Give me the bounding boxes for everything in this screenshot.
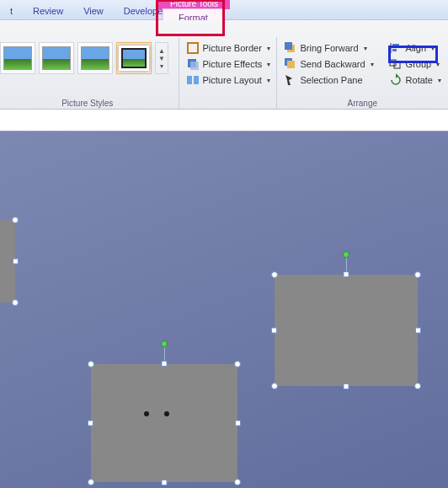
picture-style-thumb[interactable] bbox=[0, 42, 35, 74]
cmd-label: Selection Pane bbox=[301, 75, 363, 85]
picture-style-thumb[interactable] bbox=[39, 42, 74, 74]
selected-picture-dahlia[interactable] bbox=[275, 275, 418, 386]
resize-handle[interactable] bbox=[271, 383, 278, 389]
group-label: Picture Styles bbox=[0, 98, 175, 110]
chevron-down-icon: ▾ bbox=[431, 45, 435, 52]
chevron-down-icon: ▾ bbox=[364, 45, 367, 52]
resize-handle[interactable] bbox=[415, 328, 421, 334]
chevron-down-icon: ▼ bbox=[158, 55, 165, 62]
resize-handle[interactable] bbox=[414, 271, 421, 278]
svg-rect-4 bbox=[194, 76, 199, 84]
rotate-button[interactable]: Rotate ▾ bbox=[386, 72, 445, 88]
picture-style-thumb[interactable] bbox=[77, 42, 113, 74]
cmd-label: Picture Layout bbox=[203, 75, 262, 85]
resize-handle[interactable] bbox=[12, 299, 19, 306]
tab-t[interactable]: t bbox=[0, 3, 23, 19]
cmd-label: Send Backward bbox=[301, 59, 365, 69]
resize-handle[interactable] bbox=[414, 383, 421, 389]
chevron-down-icon: ▾ bbox=[267, 45, 270, 52]
selected-picture-koala[interactable] bbox=[91, 364, 237, 482]
chevron-down-icon: ▾ bbox=[436, 61, 440, 68]
resize-handle[interactable] bbox=[234, 361, 241, 367]
tab-view[interactable]: View bbox=[73, 3, 114, 19]
chevron-down-icon: ▾ bbox=[438, 77, 441, 84]
resize-handle[interactable] bbox=[162, 361, 168, 367]
picture-layout-button[interactable]: Picture Layout ▾ bbox=[183, 72, 275, 88]
cmd-label: Picture Border bbox=[203, 43, 262, 53]
selected-picture-tulip[interactable] bbox=[0, 220, 15, 303]
svg-rect-0 bbox=[188, 43, 198, 53]
picture-border-button[interactable]: Picture Border ▾ bbox=[183, 40, 275, 56]
group-label-empty bbox=[183, 107, 273, 110]
chevron-down-icon: ▾ bbox=[267, 77, 270, 84]
align-icon bbox=[389, 41, 403, 55]
resize-handle[interactable] bbox=[88, 479, 94, 485]
resize-handle[interactable] bbox=[12, 217, 19, 223]
picture-border-icon bbox=[186, 41, 200, 55]
rotate-handle[interactable] bbox=[161, 341, 168, 347]
chevron-down-icon: ▾ bbox=[371, 61, 374, 68]
cmd-label: Bring Forward bbox=[301, 43, 359, 53]
group-picture-adjust: Picture Border ▾ Picture Effects ▾ Pictu… bbox=[179, 37, 277, 110]
resize-handle[interactable] bbox=[271, 271, 278, 278]
resize-handle[interactable] bbox=[13, 259, 19, 265]
resize-handle[interactable] bbox=[162, 480, 168, 485]
picture-image bbox=[91, 364, 237, 482]
group-label: Arrange bbox=[280, 98, 445, 110]
picture-image bbox=[275, 275, 418, 386]
bring-forward-icon bbox=[284, 41, 297, 55]
tab-review[interactable]: Review bbox=[23, 3, 73, 19]
bring-forward-button[interactable]: Bring Forward ▾ bbox=[280, 40, 377, 56]
svg-rect-3 bbox=[187, 76, 192, 84]
group-icon bbox=[389, 57, 403, 71]
cmd-label: Picture Effects bbox=[203, 59, 263, 69]
resize-handle[interactable] bbox=[344, 383, 349, 389]
group-button[interactable]: Group ▾ bbox=[386, 56, 445, 72]
resize-handle[interactable] bbox=[234, 479, 241, 485]
picture-effects-button[interactable]: Picture Effects ▾ bbox=[183, 56, 275, 72]
picture-layout-icon bbox=[186, 73, 200, 87]
svg-rect-6 bbox=[285, 42, 292, 50]
cmd-label: Group bbox=[406, 59, 432, 69]
slide-canvas[interactable] bbox=[0, 131, 448, 488]
rotate-icon bbox=[389, 73, 403, 87]
cmd-label: Align bbox=[406, 43, 426, 53]
chevron-down-icon: ▾ bbox=[160, 62, 163, 70]
resize-handle[interactable] bbox=[88, 361, 94, 367]
cmd-label: Rotate bbox=[406, 75, 433, 85]
chevron-up-icon: ▲ bbox=[158, 47, 165, 55]
group-picture-styles: ▲ ▼ ▾ Picture Styles bbox=[0, 37, 179, 110]
ribbon: ▲ ▼ ▾ Picture Styles Picture Border ▾ Pi… bbox=[0, 20, 448, 110]
svg-rect-10 bbox=[392, 44, 399, 46]
resize-handle[interactable] bbox=[235, 421, 241, 426]
send-backward-icon bbox=[284, 57, 297, 71]
picture-effects-icon bbox=[186, 57, 200, 71]
align-button[interactable]: Align ▾ bbox=[386, 40, 445, 56]
resize-handle[interactable] bbox=[88, 421, 93, 426]
svg-rect-2 bbox=[190, 62, 199, 70]
resize-handle[interactable] bbox=[271, 328, 277, 334]
resize-handle[interactable] bbox=[344, 271, 349, 277]
gallery-more-button[interactable]: ▲ ▼ ▾ bbox=[155, 42, 168, 74]
svg-rect-11 bbox=[392, 49, 397, 51]
group-arrange: Bring Forward ▾ Send Backward ▾ Selectio… bbox=[277, 37, 448, 110]
rotate-handle[interactable] bbox=[343, 251, 349, 258]
selection-pane-button[interactable]: Selection Pane bbox=[280, 72, 377, 88]
picture-style-thumb-selected[interactable] bbox=[116, 42, 152, 74]
picture-style-gallery: ▲ ▼ ▾ bbox=[0, 39, 168, 74]
svg-rect-8 bbox=[287, 61, 295, 68]
chevron-down-icon: ▾ bbox=[267, 61, 270, 68]
tab-strip: t Review View Developer Picture Tools Fo… bbox=[0, 0, 448, 20]
selection-pane-icon bbox=[284, 73, 297, 87]
send-backward-button[interactable]: Send Backward ▾ bbox=[280, 56, 377, 72]
